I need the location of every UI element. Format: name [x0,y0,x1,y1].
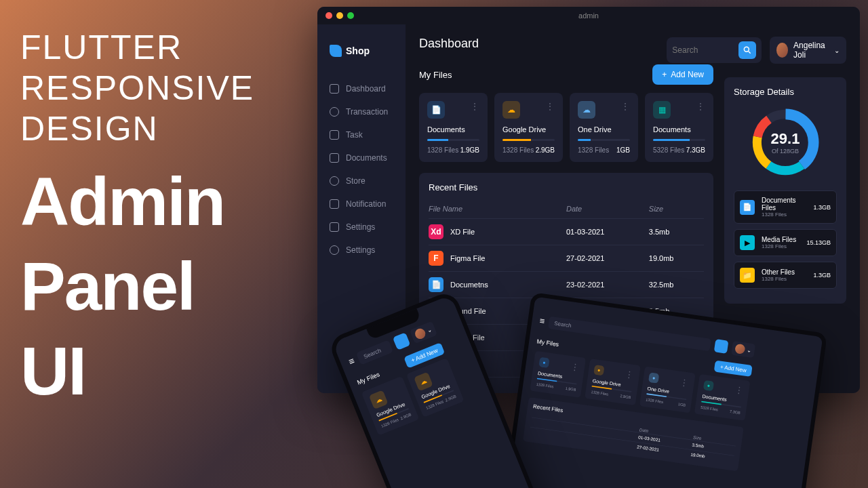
add-new-button[interactable]: + Add New [652,64,713,85]
cloud-icon: ☁ [414,372,433,392]
sidebar-item-settings[interactable]: Settings [324,239,399,262]
my-files-title: My Files [419,70,452,80]
sidebar-item-dashboard[interactable]: Dashboard [324,77,399,100]
card-files: 1328 Files [578,146,609,154]
nav-label: Dashboard [346,84,386,94]
file-date: 01-03-2021 [566,228,649,236]
mobile-search-button[interactable] [393,332,411,350]
hamburger-icon[interactable]: ≡ [539,316,545,326]
file-date: 23-02-2021 [566,281,649,289]
more-icon[interactable]: ⋮ [734,384,745,396]
nav-label: Transaction [346,107,388,117]
card-icon: ● [593,365,604,375]
storage-label: Of 128GB [771,148,800,155]
more-icon[interactable]: ⋮ [570,361,580,373]
table-row[interactable]: Xd XD File 01-03-2021 3.5mb [429,218,704,245]
search-button[interactable] [738,41,756,59]
sidebar-item-notification[interactable]: Notification [324,192,399,216]
file-card[interactable]: ☁ ⋮ Google Drive 1328 Files2.9GB [494,93,563,162]
more-icon[interactable]: ⋮ [470,101,479,119]
search-icon [743,45,752,55]
more-icon[interactable]: ⋮ [620,101,630,119]
logo-text: Shop [346,45,370,56]
card-icon: ● [538,357,549,368]
hero-big-3: UI [20,339,254,403]
tablet-user-menu[interactable]: ⌄ [731,341,755,358]
storage-item[interactable]: 📄 Documents Files 1328 Files 1.3GB [734,190,837,224]
hamburger-icon[interactable]: ≡ [347,356,356,367]
file-size: 3.5mb [649,228,704,236]
hero-text: FLUTTER RESPONSIVE DESIGN Admin Panel UI [20,27,254,403]
more-icon[interactable]: ⋮ [679,377,690,388]
storage-item-count: 1328 Files [762,243,800,249]
card-icon: 📄 [427,101,445,119]
nav-label: Task [346,130,363,140]
card-size: 1.9GB [460,146,479,154]
hero-big-2: Panel [20,254,254,319]
svg-line-1 [749,52,751,54]
tablet-card[interactable]: ● ⋮ Documents 5328 Files7.3GB [694,374,751,421]
storage-item-size: 1.3GB [813,272,831,279]
hero-line-1: FLUTTER [20,27,254,68]
table-row[interactable]: 📄 Documetns 23-02-2021 32.5mb [429,271,704,298]
mobile-myfiles-title: My Files [356,371,380,386]
nav-icon [330,199,339,209]
card-icon: ▦ [653,101,671,119]
more-icon[interactable]: ⋮ [696,101,705,119]
window-title: admin [578,12,599,20]
nav-label: Documents [346,153,387,163]
card-size: 1GB [616,146,630,154]
tablet-card[interactable]: ● ⋮ One Drive 1328 Files1GB [639,366,696,413]
more-icon[interactable]: ⋮ [625,369,635,381]
sidebar-item-settings[interactable]: Settings [324,216,399,239]
file-card[interactable]: ▦ ⋮ Documents 5328 Files7.3GB [645,93,713,162]
tablet-add-button[interactable]: + Add New [714,361,753,377]
file-card[interactable]: ☁ ⋮ One Drive 1328 Files1GB [570,93,638,162]
file-name: Figma File [450,254,485,262]
search-input[interactable] [672,45,733,55]
tablet-card[interactable]: ● ⋮ Documents 1328 Files1.9GB [530,351,586,398]
tablet-search-button[interactable] [714,339,729,354]
mobile-avatar [414,327,427,340]
nav-label: Store [346,176,366,186]
nav-icon [330,130,339,140]
sidebar-item-task[interactable]: Task [324,123,399,146]
col-filename: File Name [429,205,566,213]
tablet-avatar [734,344,745,354]
nav-icon [330,245,339,255]
maximize-dot[interactable] [347,12,354,19]
card-size: 2.9GB [536,146,555,154]
mobile-user-menu[interactable]: ⌄ [410,321,437,344]
file-card[interactable]: 📄 ⋮ Documents 1328 Files1.9GB [419,93,488,162]
sidebar-item-store[interactable]: Store [324,169,399,192]
user-menu[interactable]: Angelina Joli ⌄ [770,37,846,64]
card-files: 1328 Files [427,146,458,154]
nav-icon [330,153,339,163]
logo-icon [330,45,342,57]
card-icon: ● [648,372,659,383]
user-name: Angelina Joli [793,41,829,60]
titlebar: admin [317,7,860,24]
file-size: 32.5mb [649,281,704,289]
close-dot[interactable] [326,12,332,19]
recent-files-title: Recent Files [429,182,704,192]
storage-item-count: 1328 Files [762,276,806,282]
tablet-card[interactable]: ● ⋮ Google Drive 1328 Files2.9GB [585,359,641,405]
more-icon[interactable]: ⋮ [545,101,555,119]
storage-item-icon: ▶ [740,235,755,250]
file-name: XD File [450,228,475,236]
plus-icon: + [662,70,667,79]
storage-item[interactable]: 📁 Other Files 1328 Files 1.3GB [734,262,837,289]
sidebar-item-documents[interactable]: Documents [324,146,399,169]
storage-item[interactable]: ▶ Media Files 1328 Files 15.13GB [734,229,837,256]
logo[interactable]: Shop [324,38,399,77]
storage-value: 29.1 [771,130,800,148]
mobile-search[interactable]: Search [356,340,393,365]
minimize-dot[interactable] [336,12,343,19]
card-files: 1328 Files [502,146,534,154]
table-row[interactable]: F Figma File 27-02-2021 19.0mb [429,245,704,271]
search-box[interactable] [667,37,762,63]
sidebar-item-transaction[interactable]: Transaction [324,100,399,123]
storage-item-name: Media Files [762,236,800,243]
storage-item-name: Other Files [762,268,806,276]
